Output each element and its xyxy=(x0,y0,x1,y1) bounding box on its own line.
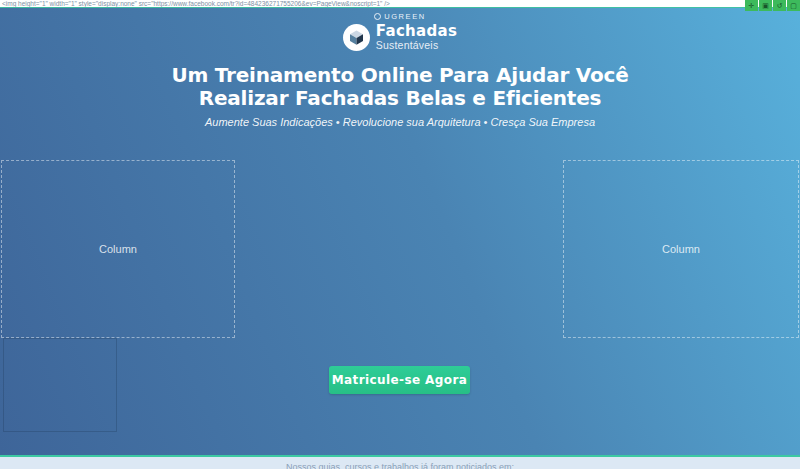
headline-line-1: Um Treinamento Online Para Ajudar Você xyxy=(0,64,800,87)
ugreen-ring-icon xyxy=(374,13,381,20)
extension-button-window[interactable]: ▢ xyxy=(787,0,800,11)
window-icon: ▢ xyxy=(790,0,797,11)
refresh-icon: ↺ xyxy=(777,0,783,11)
fachadas-logo-row: Fachadas Sustentáveis xyxy=(0,24,800,51)
headline-line-2: Realizar Fachadas Belas e Eficientes xyxy=(0,87,800,110)
extension-button-move[interactable]: ✛ xyxy=(745,0,758,11)
brand-logo: UGREEN Fachadas Sustentáveis xyxy=(0,12,800,51)
noscript-pixel-bar: <img height="1" width="1" style="display… xyxy=(0,0,800,7)
column-placeholder-right[interactable]: Column xyxy=(563,160,799,338)
fachadas-logo-icon xyxy=(343,24,370,51)
press-text: Nossos guias, cursos e trabalhos já fora… xyxy=(286,462,514,469)
column-label: Column xyxy=(662,243,700,255)
hero-section: UGREEN Fachadas Sustentáveis Um Treiname… xyxy=(0,7,800,457)
extension-button-capture[interactable]: ▣ xyxy=(759,0,772,11)
column-placeholder-left[interactable]: Column xyxy=(1,160,235,338)
move-icon: ✛ xyxy=(749,0,755,11)
press-section: Nossos guias, cursos e trabalhos já fora… xyxy=(0,457,800,469)
capture-icon: ▣ xyxy=(762,0,769,11)
brand-text: Fachadas Sustentáveis xyxy=(376,24,457,51)
browser-page: <img height="1" width="1" style="display… xyxy=(0,0,800,469)
brand-subname: Sustentáveis xyxy=(376,40,457,51)
page-title: Um Treinamento Online Para Ajudar Você R… xyxy=(0,64,800,110)
ugreen-label: UGREEN xyxy=(384,12,426,21)
empty-widget-box xyxy=(3,338,117,432)
column-label: Column xyxy=(99,243,137,255)
ugreen-logo-row: UGREEN xyxy=(0,12,800,21)
hero-subtitle: Aumente Suas Indicações • Revolucione su… xyxy=(0,116,800,128)
extension-button-refresh[interactable]: ↺ xyxy=(773,0,786,11)
brand-name: Fachadas xyxy=(376,24,457,39)
matricule-se-button[interactable]: Matricule-se Agora xyxy=(329,366,470,394)
facebook-pixel-code: <img height="1" width="1" style="display… xyxy=(2,0,390,7)
extension-toolbar: ✛ ▣ ↺ ▢ xyxy=(745,0,800,11)
